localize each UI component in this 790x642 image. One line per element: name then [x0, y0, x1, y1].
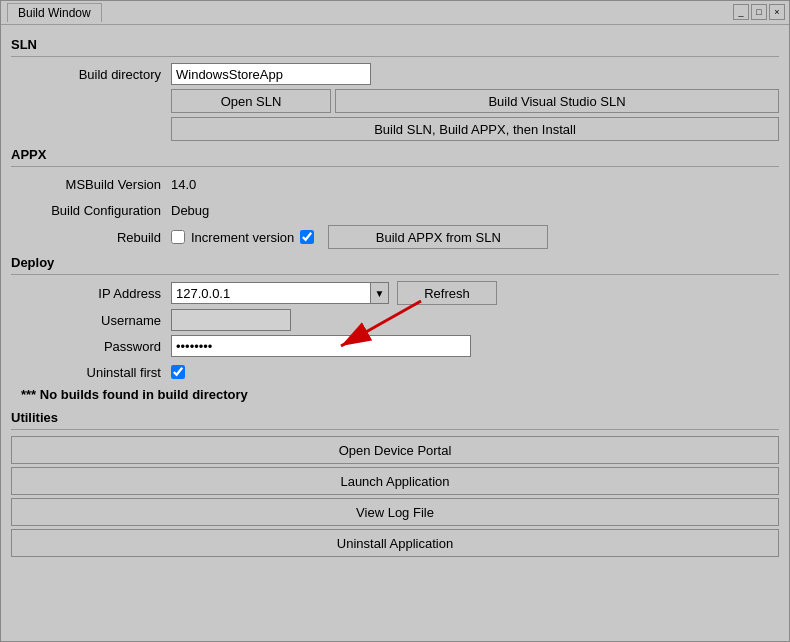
ip-label: IP Address [11, 286, 171, 301]
content-area: SLN Build directory Open SLN Build Visua… [1, 25, 789, 568]
maximize-button[interactable]: □ [751, 4, 767, 20]
build-sln-appx-button[interactable]: Build SLN, Build APPX, then Install [171, 117, 779, 141]
window-controls: _ □ × [733, 4, 785, 20]
utilities-section-label: Utilities [11, 410, 779, 425]
username-row: Username [11, 309, 779, 331]
deploy-divider [11, 274, 779, 275]
minimize-button[interactable]: _ [733, 4, 749, 20]
ip-dropdown-wrap: ▼ [171, 282, 389, 304]
rebuild-row: Rebuild Increment version Build APPX fro… [11, 225, 779, 249]
title-tab[interactable]: Build Window [7, 3, 102, 22]
ip-input[interactable] [171, 282, 371, 304]
increment-checkbox[interactable] [300, 230, 314, 244]
close-button[interactable]: × [769, 4, 785, 20]
open-device-portal-button[interactable]: Open Device Portal [11, 436, 779, 464]
increment-label: Increment version [191, 230, 294, 245]
password-input[interactable] [171, 335, 471, 357]
build-config-label: Build Configuration [11, 203, 171, 218]
sln-buttons-row1: Open SLN Build Visual Studio SLN [171, 89, 779, 113]
build-vs-sln-button[interactable]: Build Visual Studio SLN [335, 89, 779, 113]
build-config-value: Debug [171, 203, 209, 218]
uninstall-first-row: Uninstall first [11, 361, 779, 383]
msbuild-value: 14.0 [171, 177, 196, 192]
sln-section-label: SLN [11, 37, 779, 52]
build-directory-input[interactable] [171, 63, 371, 85]
rebuild-checkbox[interactable] [171, 230, 185, 244]
open-sln-button[interactable]: Open SLN [171, 89, 331, 113]
username-label: Username [11, 313, 171, 328]
password-label: Password [11, 339, 171, 354]
ip-address-row: IP Address ▼ Refresh [11, 281, 779, 305]
uninstall-application-button[interactable]: Uninstall Application [11, 529, 779, 557]
appx-section-label: APPX [11, 147, 779, 162]
title-bar: Build Window _ □ × [1, 1, 789, 25]
msbuild-row: MSBuild Version 14.0 [11, 173, 779, 195]
uninstall-first-checkbox[interactable] [171, 365, 185, 379]
refresh-button[interactable]: Refresh [397, 281, 497, 305]
launch-application-button[interactable]: Launch Application [11, 467, 779, 495]
utilities-divider [11, 429, 779, 430]
sln-divider [11, 56, 779, 57]
build-window: Build Window _ □ × SLN Build directory O… [0, 0, 790, 642]
username-input[interactable] [171, 309, 291, 331]
uninstall-first-label: Uninstall first [11, 365, 171, 380]
password-row: Password [11, 335, 779, 357]
ip-dropdown-arrow[interactable]: ▼ [371, 282, 389, 304]
build-directory-label: Build directory [11, 67, 171, 82]
view-log-file-button[interactable]: View Log File [11, 498, 779, 526]
warning-text: *** No builds found in build directory [21, 387, 779, 402]
deploy-section-label: Deploy [11, 255, 779, 270]
build-config-row: Build Configuration Debug [11, 199, 779, 221]
msbuild-label: MSBuild Version [11, 177, 171, 192]
window-title: Build Window [18, 6, 91, 20]
appx-divider [11, 166, 779, 167]
rebuild-label: Rebuild [11, 230, 171, 245]
sln-buttons-row2: Build SLN, Build APPX, then Install [171, 117, 779, 141]
build-directory-row: Build directory [11, 63, 779, 85]
build-appx-sln-button[interactable]: Build APPX from SLN [328, 225, 548, 249]
rebuild-checkbox-group: Increment version Build APPX from SLN [171, 225, 548, 249]
